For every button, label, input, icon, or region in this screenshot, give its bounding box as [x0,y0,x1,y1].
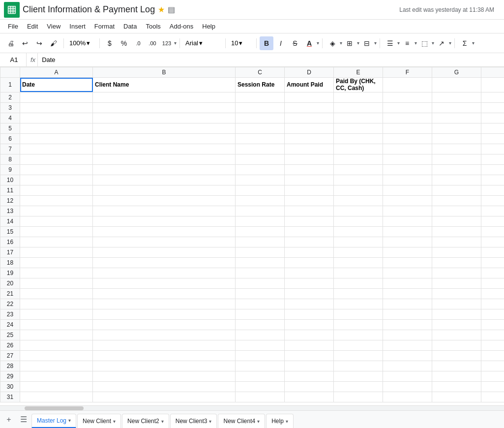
cell-g11[interactable] [432,185,481,195]
cell-d18[interactable] [285,257,334,268]
tab-master-log[interactable]: Master Log ▾ [31,414,76,428]
cell-e7[interactable] [334,144,383,154]
cell-e19[interactable] [334,268,383,278]
cell-b4[interactable] [93,113,236,123]
cell-d24[interactable] [285,319,334,330]
cell-f4[interactable] [383,113,432,123]
cell-f25[interactable] [383,330,432,340]
cell-f24[interactable] [383,319,432,330]
cell-d7[interactable] [285,144,334,154]
function-button[interactable]: Σ [458,36,472,50]
print-button[interactable]: 🖨 [4,36,18,50]
cell-b19[interactable] [93,268,236,278]
borders-button[interactable]: ⊞ [343,36,356,50]
cell-d10[interactable] [285,175,334,185]
cell-a10[interactable] [20,175,93,185]
cell-h17[interactable] [481,247,504,257]
cell-h25[interactable] [481,330,504,340]
cell-g28[interactable] [432,361,481,371]
cell-e15[interactable] [334,226,383,237]
cell-c26[interactable] [236,340,285,350]
cell-h18[interactable] [481,257,504,268]
cell-c14[interactable] [236,216,285,226]
cell-d13[interactable] [285,206,334,216]
cell-f26[interactable] [383,340,432,350]
cell-b14[interactable] [93,216,236,226]
cell-b25[interactable] [93,330,236,340]
cell-e31[interactable] [334,392,383,402]
cell-h24[interactable] [481,319,504,330]
cell-a14[interactable] [20,216,93,226]
cell-c4[interactable] [236,113,285,123]
cell-c18[interactable] [236,257,285,268]
cell-g15[interactable] [432,226,481,237]
cell-g24[interactable] [432,319,481,330]
cell-g13[interactable] [432,206,481,216]
currency-button[interactable]: $ [103,36,117,50]
cell-h1[interactable] [481,78,504,92]
cell-g14[interactable] [432,216,481,226]
text-color-button[interactable]: A [302,36,316,50]
cell-h5[interactable] [481,123,504,133]
cell-c28[interactable] [236,361,285,371]
cell-g9[interactable] [432,164,481,175]
cell-e14[interactable] [334,216,383,226]
cell-h23[interactable] [481,309,504,319]
cell-b18[interactable] [93,257,236,268]
cell-a9[interactable] [20,164,93,175]
cell-f14[interactable] [383,216,432,226]
cell-e24[interactable] [334,319,383,330]
cell-a27[interactable] [20,350,93,361]
cell-b16[interactable] [93,237,236,247]
cell-c24[interactable] [236,319,285,330]
cell-b11[interactable] [93,185,236,195]
tab-help[interactable]: Help ▾ [266,414,294,428]
cell-h14[interactable] [481,216,504,226]
cell-c5[interactable] [236,123,285,133]
italic-button[interactable]: I [274,36,288,50]
cell-h8[interactable] [481,154,504,164]
cell-e10[interactable] [334,175,383,185]
cell-e16[interactable] [334,237,383,247]
cell-f15[interactable] [383,226,432,237]
cell-e17[interactable] [334,247,383,257]
cell-f31[interactable] [383,392,432,402]
cell-a13[interactable] [20,206,93,216]
cell-b7[interactable] [93,144,236,154]
cell-c6[interactable] [236,133,285,144]
cell-h12[interactable] [481,195,504,206]
cell-a31[interactable] [20,392,93,402]
cell-a3[interactable] [20,102,93,113]
cell-c19[interactable] [236,268,285,278]
cell-d17[interactable] [285,247,334,257]
col-header-h[interactable]: H [481,67,504,78]
cell-f28[interactable] [383,361,432,371]
cell-g29[interactable] [432,371,481,381]
cell-e28[interactable] [334,361,383,371]
cell-e27[interactable] [334,350,383,361]
cell-d4[interactable] [285,113,334,123]
cell-f5[interactable] [383,123,432,133]
font-select[interactable]: Arial ▾ [183,36,222,50]
zoom-select[interactable]: 100% ▾ [67,36,96,50]
cell-e26[interactable] [334,340,383,350]
cell-b8[interactable] [93,154,236,164]
cell-b26[interactable] [93,340,236,350]
cell-b20[interactable] [93,278,236,288]
cell-d25[interactable] [285,330,334,340]
menu-data[interactable]: Data [119,22,141,31]
cell-a15[interactable] [20,226,93,237]
valign-button[interactable]: ≡ [400,36,414,50]
cell-g12[interactable] [432,195,481,206]
cell-d23[interactable] [285,309,334,319]
cell-g7[interactable] [432,144,481,154]
cell-f29[interactable] [383,371,432,381]
cell-b30[interactable] [93,381,236,392]
format-num-button[interactable]: 123 [160,36,174,50]
cell-f6[interactable] [383,133,432,144]
cell-h4[interactable] [481,113,504,123]
cell-a21[interactable] [20,288,93,299]
cell-e8[interactable] [334,154,383,164]
cell-a30[interactable] [20,381,93,392]
cell-c15[interactable] [236,226,285,237]
